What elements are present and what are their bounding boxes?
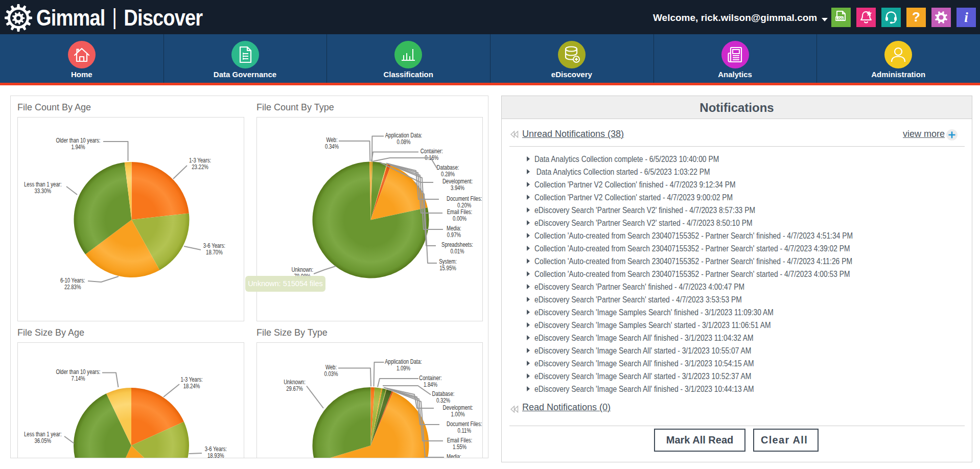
svg-text:Older than 10 years:1.94%: Older than 10 years:1.94% bbox=[56, 137, 101, 151]
svg-text:Database:0.28%: Database:0.28% bbox=[437, 164, 459, 178]
svg-text:Media:0.39%: Media:0.39% bbox=[447, 453, 461, 458]
svg-text:i: i bbox=[964, 10, 968, 25]
svg-text:Development:3.94%: Development:3.94% bbox=[442, 178, 473, 192]
svg-text:3-6 Years:18.93%: 3-6 Years:18.93% bbox=[205, 445, 227, 458]
svg-text:Unknown:29.67%: Unknown:29.67% bbox=[284, 379, 306, 392]
svg-text:Web:0.03%: Web:0.03% bbox=[324, 364, 338, 378]
svg-text:6-10 Years:22.83%: 6-10 Years:22.83% bbox=[60, 277, 85, 291]
svg-text:Less than 1 year:33.30%: Less than 1 year:33.30% bbox=[24, 181, 62, 195]
svg-text:LOG: LOG bbox=[835, 17, 843, 20]
svg-text:Media:0.97%: Media:0.97% bbox=[447, 225, 461, 239]
svg-text:Application Data:1.09%: Application Data:1.09% bbox=[385, 358, 422, 372]
svg-text:1-3 Years:23.22%: 1-3 Years:23.22% bbox=[189, 157, 211, 171]
svg-text:1-3 Years:18.24%: 1-3 Years:18.24% bbox=[180, 376, 202, 390]
svg-text:Document Files:0.20%: Document Files:0.20% bbox=[447, 195, 482, 209]
svg-text:System:15.95%: System:15.95% bbox=[439, 258, 457, 272]
svg-text:Less than 1 year:36.05%: Less than 1 year:36.05% bbox=[24, 431, 62, 444]
svg-text:Email Files:1.55%: Email Files:1.55% bbox=[447, 437, 473, 451]
svg-text:3-6 Years:18.70%: 3-6 Years:18.70% bbox=[203, 242, 225, 256]
svg-text:Application Data:0.08%: Application Data:0.08% bbox=[385, 132, 423, 146]
svg-text:Database:0.32%: Database:0.32% bbox=[432, 390, 455, 404]
svg-text:Development:1.00%: Development:1.00% bbox=[443, 404, 473, 418]
svg-text:Document Files:0.11%: Document Files:0.11% bbox=[447, 420, 482, 434]
svg-text:Container:1.84%: Container:1.84% bbox=[419, 374, 441, 388]
svg-text:Older than 10 years:7.14%: Older than 10 years:7.14% bbox=[56, 368, 101, 382]
svg-text:Web:0.34%: Web:0.34% bbox=[325, 136, 339, 150]
svg-text:Email Files:0.00%: Email Files:0.00% bbox=[447, 208, 473, 222]
svg-text:?: ? bbox=[912, 9, 920, 25]
svg-text:Spreadsheets:0.01%: Spreadsheets:0.01% bbox=[441, 241, 473, 255]
